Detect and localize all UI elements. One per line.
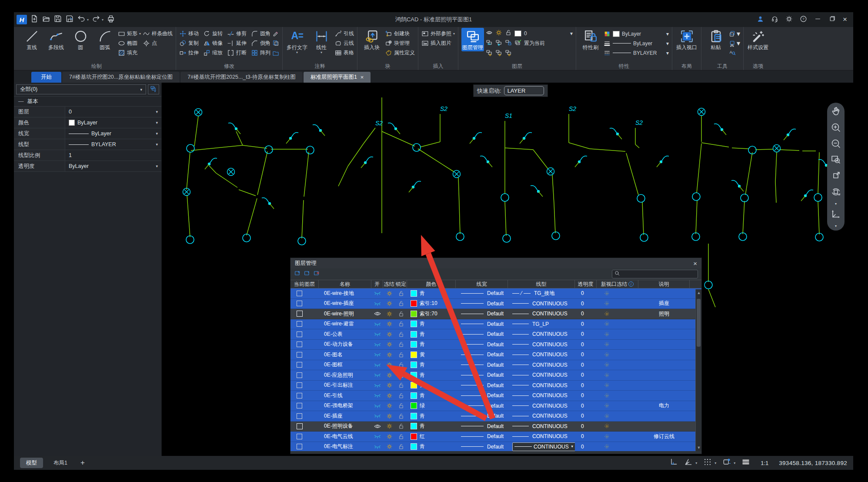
column-header-11[interactable]: 说明	[638, 280, 690, 288]
unlock-icon[interactable]	[398, 321, 404, 327]
dialog-close-icon[interactable]: ×	[693, 260, 697, 267]
current-layer-checkbox[interactable]	[297, 341, 302, 347]
dropdown-arrow-icon[interactable]: ▾	[156, 164, 158, 168]
current-layer-checkbox[interactable]	[297, 423, 303, 429]
current-layer-checkbox[interactable]	[297, 413, 302, 419]
ribbon-button-move[interactable]: 移动	[179, 29, 199, 38]
ribbon-button-image[interactable]: 插入图片	[421, 39, 455, 48]
unlock-icon[interactable]	[398, 443, 404, 450]
property-control-2[interactable]: ByLayer▾	[604, 39, 669, 48]
transparency-value[interactable]: 0	[581, 372, 584, 378]
layer-off-icon[interactable]	[374, 362, 381, 368]
dropdown-arrow-icon[interactable]: ▾	[156, 120, 158, 125]
dropdown-arrow-icon[interactable]: ▾	[139, 32, 141, 36]
zoom-out-icon[interactable]	[831, 138, 841, 151]
transparency-value[interactable]: 0	[581, 423, 584, 429]
linetype-value[interactable]: TG_接地	[534, 290, 554, 297]
viewport-freeze-icon[interactable]	[604, 300, 610, 307]
drawing-canvas[interactable]: S2S2S1S2S2 快速启动: LAYER ▾ ▾ 图层管理	[162, 83, 853, 456]
linetype-value[interactable]: CONTINUOUS	[532, 413, 568, 419]
layer-row-0E-强电桥架[interactable]: 0E-强电桥架绿DefaultCONTINUOUS0电力	[290, 401, 701, 412]
current-layer-checkbox[interactable]	[297, 311, 303, 317]
transparency-value[interactable]: 0	[581, 382, 584, 388]
current-layer-checkbox[interactable]	[297, 444, 302, 449]
viewport-toggle-icon[interactable]	[722, 458, 731, 468]
transparency-value[interactable]: 0	[581, 413, 584, 419]
linetype-value[interactable]: CONTINUOUS	[532, 423, 568, 429]
tab-start[interactable]: 开始	[31, 72, 61, 83]
freeze-sun-icon[interactable]	[386, 392, 393, 399]
column-header-4[interactable]: 冻结	[383, 280, 395, 288]
layer-dropdown-arrow-icon[interactable]: ▾	[570, 30, 573, 37]
column-header-8[interactable]: 线型	[508, 280, 575, 288]
scroll-down-icon[interactable]: ▼	[696, 445, 702, 450]
ribbon-button-copyclip[interactable]	[272, 40, 279, 48]
unlock-icon[interactable]	[398, 341, 404, 348]
property-value-field[interactable]: ByLayer▾	[65, 117, 161, 128]
layer-row-0E-wire-接地[interactable]: 0E-wire-接地青Default⁄TG_接地0	[290, 288, 701, 299]
linetype-value[interactable]: CONTINUOUS	[532, 382, 568, 388]
unlock-icon[interactable]	[398, 300, 404, 307]
ribbon-button-line[interactable]: 直线	[20, 28, 43, 51]
transparency-value[interactable]: 0	[581, 321, 584, 327]
lineweight-value[interactable]: Default	[487, 331, 504, 337]
layer-color-swatch[interactable]	[411, 443, 417, 450]
viewport-freeze-icon[interactable]	[604, 402, 610, 409]
linetype-value[interactable]: CONTINUOUS	[532, 372, 568, 378]
tab-drawing-2[interactable]: 7#楼基坑开挖图2025..._t3-待原坐标复制柱图	[180, 72, 303, 83]
current-layer-checkbox[interactable]	[297, 372, 302, 378]
property-control-1[interactable]: ByLayer▾	[604, 29, 669, 38]
layout1-tab[interactable]: 布局1	[47, 458, 73, 468]
freeze-sun-icon[interactable]	[386, 321, 393, 327]
layer-off-icon[interactable]	[374, 290, 381, 297]
add-layout-icon[interactable]: +	[80, 459, 85, 467]
freeze-sun-icon[interactable]	[386, 300, 393, 307]
column-header-2[interactable]: 名称	[319, 280, 371, 288]
print-icon[interactable]	[107, 14, 115, 25]
info-icon[interactable]: i	[628, 281, 634, 287]
transparency-value[interactable]: 0	[581, 403, 584, 409]
lineweight-value[interactable]: Default	[487, 433, 504, 439]
dropdown-arrow-icon[interactable]: ▾	[453, 32, 455, 36]
unlock-icon[interactable]	[398, 331, 404, 338]
layer-color-swatch[interactable]	[411, 300, 417, 307]
layer-row-0E-引出标注[interactable]: 0E-引出标注黄DefaultCONTINUOUS0	[290, 381, 701, 391]
transparency-value[interactable]: 0	[581, 362, 584, 368]
selection-filter-dropdown[interactable]: 全部(0)▾	[16, 84, 146, 94]
layer-row-0E-公表[interactable]: 0E-公表青DefaultCONTINUOUS0	[290, 329, 701, 340]
linetype-value[interactable]: CONTINUOUS	[532, 403, 568, 409]
ribbon-button-insblock[interactable]: 插入块	[361, 28, 383, 51]
dialog-title-bar[interactable]: 图层管理 ×	[290, 258, 701, 268]
transparency-value[interactable]: 0	[581, 301, 584, 307]
settings-gear-icon[interactable]	[785, 15, 793, 24]
zoom-window-icon[interactable]	[831, 154, 841, 167]
lineweight-value[interactable]: Default	[487, 413, 504, 419]
column-header-7[interactable]: 线宽	[456, 280, 508, 288]
layer-color-swatch[interactable]	[411, 341, 417, 348]
zoom-extents-icon[interactable]	[831, 171, 841, 183]
support-icon[interactable]	[771, 15, 778, 24]
layer-color-swatch[interactable]	[411, 372, 417, 378]
column-header-9[interactable]: 透明度	[575, 280, 597, 288]
undo-icon[interactable]	[77, 14, 86, 25]
dropdown-arrow-icon[interactable]: ▼	[571, 445, 574, 449]
layer-row-0E-图名[interactable]: 0E-图名黄DefaultCONTINUOUS0	[290, 350, 701, 360]
current-layer-checkbox[interactable]	[297, 331, 302, 337]
freeze-sun-icon[interactable]	[386, 402, 393, 409]
minimize-icon[interactable]	[814, 15, 821, 24]
lineweight-value[interactable]: Default	[487, 301, 504, 307]
viewport-freeze-icon[interactable]	[604, 321, 610, 327]
dropdown-arrow-icon[interactable]: ▾	[156, 110, 158, 114]
ribbon-button-paste[interactable]: 粘贴	[704, 28, 727, 51]
layer-tool-icon-2[interactable]	[495, 49, 502, 57]
new-layer-vpfreeze-icon[interactable]	[304, 270, 310, 278]
grid-icon[interactable]	[703, 458, 712, 468]
ribbon-button-aq[interactable]: A	[729, 49, 736, 56]
current-layer-checkbox[interactable]	[297, 362, 302, 368]
dropdown-arrow-icon[interactable]: ▾	[666, 40, 669, 47]
viewport-freeze-icon[interactable]	[604, 311, 610, 317]
property-control-3[interactable]: BYLAYER▾	[604, 48, 669, 57]
ribbon-button-copy[interactable]: 复制	[179, 39, 199, 48]
ribbon-button-fillet[interactable]: 圆角	[251, 29, 270, 38]
layer-row-0E-wire-插座[interactable]: 0E-wire-插座索引:10DefaultCONTINUOUS0插座	[290, 299, 701, 309]
